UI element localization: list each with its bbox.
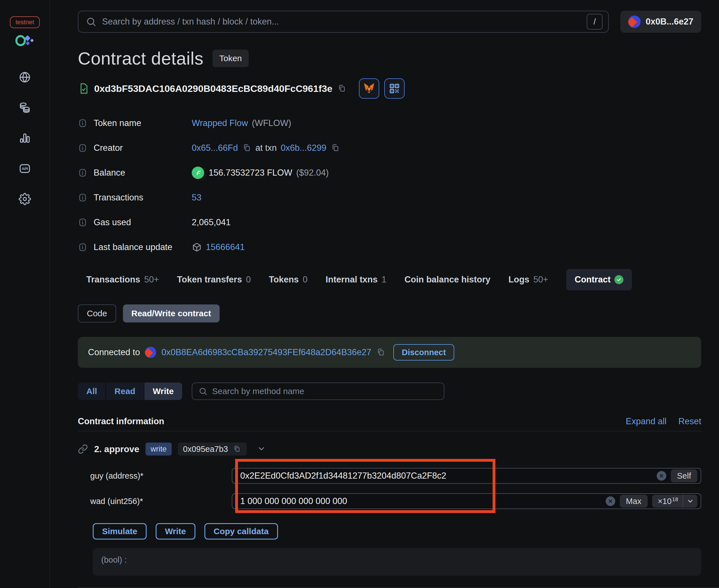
tokens-nav-item[interactable] bbox=[18, 102, 31, 114]
add-to-metamask-button[interactable] bbox=[359, 78, 379, 99]
method-search-input[interactable] bbox=[212, 386, 438, 396]
network-nav-item[interactable] bbox=[18, 71, 31, 84]
api-icon: API bbox=[19, 162, 31, 175]
multiplier-button[interactable]: ×1018 bbox=[652, 495, 697, 508]
search-icon bbox=[86, 16, 97, 27]
simulate-button[interactable]: Simulate bbox=[93, 523, 147, 540]
multiplier-base: ×10 bbox=[658, 497, 672, 506]
copy-icon bbox=[233, 445, 241, 453]
param-label-wad: wad (uint256)* bbox=[78, 497, 232, 506]
code-subtab[interactable]: Code bbox=[78, 304, 116, 322]
settings-nav-item[interactable] bbox=[18, 193, 31, 206]
max-button[interactable]: Max bbox=[620, 495, 648, 508]
globe-icon bbox=[19, 71, 31, 83]
contract-subtabs: Code Read/Write contract bbox=[78, 304, 701, 322]
write-button[interactable]: Write bbox=[156, 523, 195, 540]
gas-used-value: 2,065,041 bbox=[192, 217, 231, 228]
divider bbox=[78, 587, 719, 588]
copy-txn-button[interactable] bbox=[330, 143, 340, 153]
clear-guy-icon[interactable]: × bbox=[657, 471, 666, 481]
contract-address: 0xd3bF53DAC106A0290B0483EcBC89d40FcC961f… bbox=[94, 83, 332, 94]
guy-address-input[interactable] bbox=[232, 468, 701, 484]
method-actions: Simulate Write Copy calldata bbox=[93, 523, 701, 540]
svg-text:API: API bbox=[22, 167, 28, 171]
info-label: Token name bbox=[94, 118, 192, 128]
topbar: / 0x0B...6e27 bbox=[78, 11, 701, 33]
filter-all[interactable]: All bbox=[78, 382, 106, 400]
tab-contract[interactable]: Contract bbox=[566, 269, 632, 290]
testnet-badge: testnet bbox=[10, 16, 40, 28]
info-icon bbox=[78, 217, 87, 227]
copy-calldata-button[interactable]: Copy calldata bbox=[204, 523, 278, 540]
method-approve-row: 2. approve write 0x095ea7b3 bbox=[78, 443, 701, 456]
flow-token-icon bbox=[192, 167, 204, 179]
method-name[interactable]: 2. approve bbox=[94, 444, 139, 455]
chevron-down-icon bbox=[257, 444, 266, 453]
copy-selector-button[interactable] bbox=[232, 444, 242, 454]
collapse-method-button[interactable] bbox=[256, 443, 267, 455]
param-row-guy: guy (address)* × Self bbox=[78, 468, 701, 484]
section-title: Contract information bbox=[78, 416, 164, 426]
info-row-gas-used: Gas used 2,065,041 bbox=[78, 216, 701, 229]
info-row-creator: Creator 0x65...66Fd at txn 0x6b...6299 bbox=[78, 142, 701, 154]
guy-field: × Self bbox=[232, 468, 701, 484]
filter-write[interactable]: Write bbox=[144, 382, 182, 400]
qr-code-icon bbox=[388, 82, 400, 95]
stats-icon bbox=[19, 132, 31, 144]
tokens-icon bbox=[19, 102, 31, 114]
verified-contract-icon bbox=[78, 83, 90, 94]
block-cube-icon bbox=[192, 242, 202, 252]
chevron-down-icon[interactable] bbox=[683, 495, 697, 508]
tab-coin-balance-history[interactable]: Coin balance history bbox=[404, 275, 490, 285]
info-label: Last balance update bbox=[94, 242, 192, 252]
tab-logs[interactable]: Logs50+ bbox=[508, 275, 548, 285]
read-write-contract-subtab[interactable]: Read/Write contract bbox=[123, 304, 220, 322]
tab-internal-txns[interactable]: Internal txns1 bbox=[326, 275, 387, 285]
search-input[interactable] bbox=[102, 17, 581, 27]
disconnect-button[interactable]: Disconnect bbox=[393, 344, 454, 360]
expand-all-button[interactable]: Expand all bbox=[626, 416, 666, 426]
balance-usd: ($92.04) bbox=[296, 168, 328, 178]
info-row-token-name: Token name Wrapped Flow (WFLOW) bbox=[78, 117, 701, 129]
creation-txn-link[interactable]: 0x6b...6299 bbox=[281, 143, 327, 153]
last-balance-block-link[interactable]: 15666641 bbox=[206, 242, 245, 252]
copy-connected-address-button[interactable] bbox=[376, 348, 386, 357]
transactions-count-link[interactable]: 53 bbox=[192, 192, 201, 203]
copy-creator-button[interactable] bbox=[242, 143, 251, 153]
app-logo-icon[interactable] bbox=[15, 35, 35, 47]
info-label: Transactions bbox=[94, 192, 192, 203]
connected-address-link[interactable]: 0x0B8EA6d6983cCBa39275493FEf648a2D64B36e… bbox=[161, 347, 371, 357]
anchor-link-icon[interactable] bbox=[78, 444, 88, 454]
filter-read[interactable]: Read bbox=[106, 382, 144, 400]
method-type-segmented-control: All Read Write bbox=[78, 382, 182, 400]
token-name-link[interactable]: Wrapped Flow bbox=[192, 118, 248, 128]
self-button[interactable]: Self bbox=[671, 469, 697, 482]
copy-address-button[interactable] bbox=[337, 84, 347, 93]
tab-bar: Transactions50+ Token transfers0 Tokens0… bbox=[86, 269, 701, 290]
balance-amount: 156.73532723 FLOW bbox=[209, 168, 292, 178]
creator-address-link[interactable]: 0x65...66Fd bbox=[192, 143, 238, 153]
wallet-account-button[interactable]: 0x0B...6e27 bbox=[620, 11, 701, 33]
info-icon bbox=[78, 193, 87, 203]
page-title: Contract details bbox=[78, 48, 204, 68]
multiplier-exponent: 18 bbox=[672, 497, 678, 503]
sidebar: testnet bbox=[0, 0, 50, 588]
param-row-wad: wad (uint256)* × Max ×1018 bbox=[78, 493, 701, 509]
clear-wad-icon[interactable]: × bbox=[605, 497, 615, 506]
info-row-balance: Balance 156.73532723 FLOW ($92.04) bbox=[78, 167, 701, 179]
api-nav-item[interactable]: API bbox=[18, 162, 31, 175]
main-content: / 0x0B...6e27 Contract details Token 0xd… bbox=[50, 0, 719, 588]
tab-token-transfers[interactable]: Token transfers0 bbox=[177, 275, 251, 285]
tab-transactions[interactable]: Transactions50+ bbox=[86, 275, 159, 285]
contract-address-row: 0xd3bF53DAC106A0290B0483EcBC89d40FcC961f… bbox=[78, 78, 701, 99]
tab-tokens[interactable]: Tokens0 bbox=[269, 275, 307, 285]
method-output-panel: (bool) : bbox=[93, 548, 701, 575]
info-icon bbox=[78, 168, 87, 177]
contract-type-badge: Token bbox=[212, 49, 249, 67]
qr-code-button[interactable] bbox=[384, 78, 405, 99]
reset-button[interactable]: Reset bbox=[678, 416, 701, 426]
write-method-badge: write bbox=[145, 443, 172, 456]
stats-nav-item[interactable] bbox=[18, 132, 31, 145]
copy-icon bbox=[243, 144, 251, 152]
method-selector-badge: 0x095ea7b3 bbox=[178, 443, 247, 456]
